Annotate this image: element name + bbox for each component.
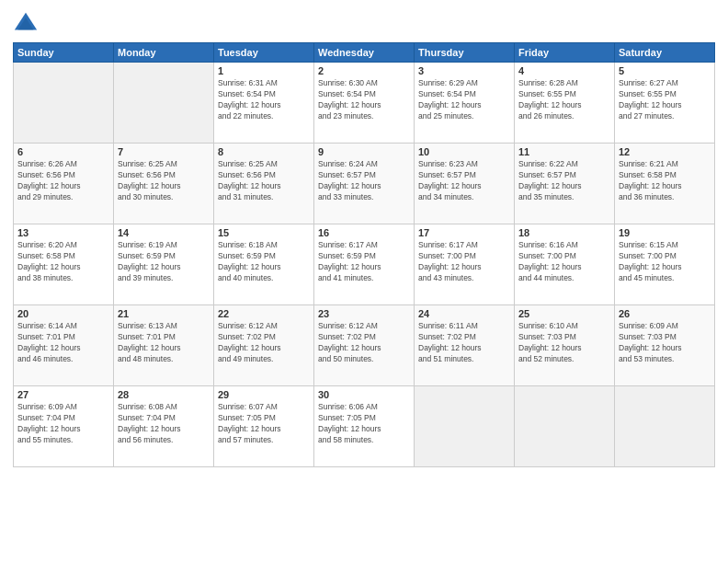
day-number: 8 [218, 146, 310, 157]
day-info: Sunrise: 6:31 AM Sunset: 6:54 PM Dayligh… [218, 78, 310, 122]
weekday-header-saturday: Saturday [615, 43, 715, 63]
calendar-cell [615, 386, 715, 467]
calendar-header: SundayMondayTuesdayWednesdayThursdayFrid… [14, 43, 715, 63]
calendar-cell: 28Sunrise: 6:08 AM Sunset: 7:04 PM Dayli… [114, 386, 214, 467]
day-number: 26 [619, 308, 711, 319]
day-info: Sunrise: 6:09 AM Sunset: 7:03 PM Dayligh… [619, 321, 711, 365]
calendar-cell: 20Sunrise: 6:14 AM Sunset: 7:01 PM Dayli… [14, 305, 114, 386]
day-number: 23 [318, 308, 410, 319]
day-info: Sunrise: 6:29 AM Sunset: 6:54 PM Dayligh… [418, 78, 510, 122]
day-info: Sunrise: 6:25 AM Sunset: 6:56 PM Dayligh… [118, 159, 210, 203]
day-number: 18 [518, 227, 610, 238]
calendar-cell: 14Sunrise: 6:19 AM Sunset: 6:59 PM Dayli… [114, 224, 214, 305]
day-info: Sunrise: 6:11 AM Sunset: 7:02 PM Dayligh… [418, 321, 510, 365]
day-number: 4 [518, 65, 610, 76]
day-number: 5 [619, 65, 711, 76]
calendar-cell: 5Sunrise: 6:27 AM Sunset: 6:55 PM Daylig… [615, 63, 715, 144]
calendar-cell: 27Sunrise: 6:09 AM Sunset: 7:04 PM Dayli… [14, 386, 114, 467]
calendar-cell: 6Sunrise: 6:26 AM Sunset: 6:56 PM Daylig… [14, 144, 114, 224]
day-number: 14 [118, 227, 210, 238]
calendar-cell: 2Sunrise: 6:30 AM Sunset: 6:54 PM Daylig… [314, 63, 415, 144]
day-number: 30 [318, 389, 410, 400]
day-number: 16 [318, 227, 410, 238]
day-number: 25 [518, 308, 610, 319]
day-number: 13 [17, 227, 109, 238]
calendar-cell: 10Sunrise: 6:23 AM Sunset: 6:57 PM Dayli… [415, 144, 515, 224]
calendar-table: SundayMondayTuesdayWednesdayThursdayFrid… [13, 42, 715, 467]
day-number: 29 [218, 389, 310, 400]
calendar-week-0: 1Sunrise: 6:31 AM Sunset: 6:54 PM Daylig… [14, 63, 715, 144]
day-info: Sunrise: 6:13 AM Sunset: 7:01 PM Dayligh… [118, 321, 210, 365]
calendar-cell: 4Sunrise: 6:28 AM Sunset: 6:55 PM Daylig… [515, 63, 615, 144]
calendar-cell: 13Sunrise: 6:20 AM Sunset: 6:58 PM Dayli… [14, 224, 114, 305]
day-info: Sunrise: 6:19 AM Sunset: 6:59 PM Dayligh… [118, 240, 210, 284]
calendar-cell: 11Sunrise: 6:22 AM Sunset: 6:57 PM Dayli… [515, 144, 615, 224]
weekday-header-row: SundayMondayTuesdayWednesdayThursdayFrid… [14, 43, 715, 63]
calendar-cell: 25Sunrise: 6:10 AM Sunset: 7:03 PM Dayli… [515, 305, 615, 386]
calendar-cell: 1Sunrise: 6:31 AM Sunset: 6:54 PM Daylig… [214, 63, 314, 144]
logo-icon [13, 9, 39, 35]
day-info: Sunrise: 6:26 AM Sunset: 6:56 PM Dayligh… [17, 159, 109, 203]
calendar-cell: 19Sunrise: 6:15 AM Sunset: 7:00 PM Dayli… [615, 224, 715, 305]
day-info: Sunrise: 6:17 AM Sunset: 6:59 PM Dayligh… [318, 240, 410, 284]
day-number: 22 [218, 308, 310, 319]
day-info: Sunrise: 6:12 AM Sunset: 7:02 PM Dayligh… [218, 321, 310, 365]
day-number: 9 [318, 146, 410, 157]
day-number: 17 [418, 227, 510, 238]
calendar-cell: 29Sunrise: 6:07 AM Sunset: 7:05 PM Dayli… [214, 386, 314, 467]
day-number: 28 [118, 389, 210, 400]
calendar-cell [114, 63, 214, 144]
calendar-cell: 26Sunrise: 6:09 AM Sunset: 7:03 PM Dayli… [615, 305, 715, 386]
weekday-header-wednesday: Wednesday [314, 43, 415, 63]
calendar-cell: 16Sunrise: 6:17 AM Sunset: 6:59 PM Dayli… [314, 224, 415, 305]
day-number: 3 [418, 65, 510, 76]
day-number: 20 [17, 308, 109, 319]
day-info: Sunrise: 6:27 AM Sunset: 6:55 PM Dayligh… [619, 78, 711, 122]
day-number: 11 [518, 146, 610, 157]
calendar-cell: 12Sunrise: 6:21 AM Sunset: 6:58 PM Dayli… [615, 144, 715, 224]
day-number: 10 [418, 146, 510, 157]
weekday-header-friday: Friday [515, 43, 615, 63]
day-info: Sunrise: 6:22 AM Sunset: 6:57 PM Dayligh… [518, 159, 610, 203]
header [13, 9, 715, 35]
calendar-cell: 18Sunrise: 6:16 AM Sunset: 7:00 PM Dayli… [515, 224, 615, 305]
day-info: Sunrise: 6:16 AM Sunset: 7:00 PM Dayligh… [518, 240, 610, 284]
day-number: 21 [118, 308, 210, 319]
day-info: Sunrise: 6:09 AM Sunset: 7:04 PM Dayligh… [17, 402, 109, 446]
logo [13, 9, 42, 35]
day-info: Sunrise: 6:18 AM Sunset: 6:59 PM Dayligh… [218, 240, 310, 284]
calendar-container: SundayMondayTuesdayWednesdayThursdayFrid… [0, 0, 728, 563]
calendar-body: 1Sunrise: 6:31 AM Sunset: 6:54 PM Daylig… [14, 63, 715, 467]
calendar-cell: 17Sunrise: 6:17 AM Sunset: 7:00 PM Dayli… [415, 224, 515, 305]
day-number: 1 [218, 65, 310, 76]
weekday-header-thursday: Thursday [415, 43, 515, 63]
day-info: Sunrise: 6:30 AM Sunset: 6:54 PM Dayligh… [318, 78, 410, 122]
day-info: Sunrise: 6:07 AM Sunset: 7:05 PM Dayligh… [218, 402, 310, 446]
day-number: 12 [619, 146, 711, 157]
day-info: Sunrise: 6:20 AM Sunset: 6:58 PM Dayligh… [17, 240, 109, 284]
calendar-cell [415, 386, 515, 467]
calendar-cell: 15Sunrise: 6:18 AM Sunset: 6:59 PM Dayli… [214, 224, 314, 305]
day-info: Sunrise: 6:25 AM Sunset: 6:56 PM Dayligh… [218, 159, 310, 203]
day-number: 19 [619, 227, 711, 238]
day-number: 2 [318, 65, 410, 76]
calendar-week-4: 27Sunrise: 6:09 AM Sunset: 7:04 PM Dayli… [14, 386, 715, 467]
day-info: Sunrise: 6:15 AM Sunset: 7:00 PM Dayligh… [619, 240, 711, 284]
day-info: Sunrise: 6:17 AM Sunset: 7:00 PM Dayligh… [418, 240, 510, 284]
day-info: Sunrise: 6:10 AM Sunset: 7:03 PM Dayligh… [518, 321, 610, 365]
day-info: Sunrise: 6:24 AM Sunset: 6:57 PM Dayligh… [318, 159, 410, 203]
weekday-header-monday: Monday [114, 43, 214, 63]
calendar-cell: 30Sunrise: 6:06 AM Sunset: 7:05 PM Dayli… [314, 386, 415, 467]
calendar-cell: 7Sunrise: 6:25 AM Sunset: 6:56 PM Daylig… [114, 144, 214, 224]
calendar-cell: 23Sunrise: 6:12 AM Sunset: 7:02 PM Dayli… [314, 305, 415, 386]
day-number: 7 [118, 146, 210, 157]
calendar-cell: 24Sunrise: 6:11 AM Sunset: 7:02 PM Dayli… [415, 305, 515, 386]
day-info: Sunrise: 6:08 AM Sunset: 7:04 PM Dayligh… [118, 402, 210, 446]
day-number: 27 [17, 389, 109, 400]
day-info: Sunrise: 6:14 AM Sunset: 7:01 PM Dayligh… [17, 321, 109, 365]
day-number: 15 [218, 227, 310, 238]
calendar-cell: 22Sunrise: 6:12 AM Sunset: 7:02 PM Dayli… [214, 305, 314, 386]
calendar-week-1: 6Sunrise: 6:26 AM Sunset: 6:56 PM Daylig… [14, 144, 715, 224]
weekday-header-sunday: Sunday [14, 43, 114, 63]
calendar-cell: 21Sunrise: 6:13 AM Sunset: 7:01 PM Dayli… [114, 305, 214, 386]
